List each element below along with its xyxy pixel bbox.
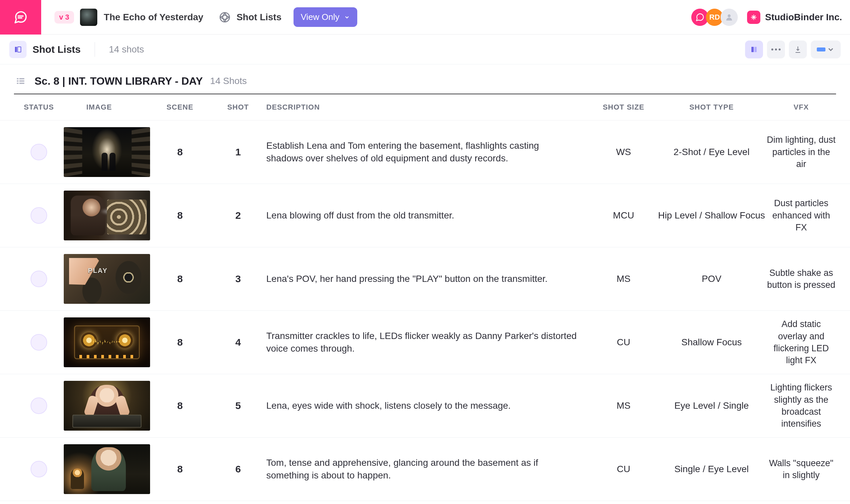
shot-type: Hip Level / Shallow Focus (657, 210, 766, 221)
col-scene[interactable]: SCENE (150, 103, 210, 111)
shot-description: Lena's POV, her hand pressing the "PLAY"… (266, 273, 590, 285)
shot-size: CU (590, 464, 657, 474)
status-toggle[interactable] (31, 271, 47, 287)
list-icon[interactable] (14, 74, 27, 88)
shot-type: Eye Level / Single (657, 400, 766, 411)
chat-icon (695, 13, 705, 22)
shot-vfx: Dust particles enhanced with FX (766, 197, 836, 233)
shot-vfx: Walls "squeeze" in slightly (766, 457, 836, 482)
svg-rect-9 (17, 80, 19, 82)
more-options-button[interactable] (767, 40, 785, 58)
shot-number: 5 (210, 400, 266, 411)
shot-vfx: Add static overlay and flickering LED li… (766, 318, 836, 366)
layout-toggle-button[interactable] (745, 40, 763, 58)
color-filter-dropdown[interactable] (811, 40, 841, 58)
table-row[interactable]: 8 1 Establish Lena and Tom entering the … (0, 121, 850, 184)
shot-description: Establish Lena and Tom entering the base… (266, 140, 590, 165)
shot-lists-icon-button[interactable] (9, 41, 26, 58)
scene-number: 8 (150, 210, 210, 221)
shot-vfx: Lighting flickers slightly as the broadc… (766, 381, 836, 430)
shot-vfx: Dim lighting, dust particles in the air (766, 134, 836, 170)
col-description[interactable]: DESCRIPTION (266, 103, 590, 111)
view-tools (745, 40, 841, 58)
shot-size: MCU (590, 210, 657, 221)
shot-size: MS (590, 400, 657, 411)
shot-size: CU (590, 337, 657, 348)
col-shot[interactable]: SHOT (210, 103, 266, 111)
chevron-down-icon (827, 46, 835, 53)
shot-description: Lena blowing off dust from the old trans… (266, 209, 590, 222)
svg-rect-5 (18, 47, 21, 52)
svg-point-2 (220, 12, 230, 22)
view-mode-label: View Only (301, 12, 340, 22)
table-row[interactable]: 8 4 Transmitter crackles to life, LEDs f… (0, 311, 850, 374)
project-thumbnail[interactable] (80, 8, 97, 26)
top-app-bar: v 3 The Echo of Yesterday Shot Lists Vie… (0, 0, 850, 35)
export-button[interactable] (789, 40, 807, 58)
shot-thumbnail[interactable] (64, 254, 150, 304)
shot-description: Tom, tense and apprehensive, glancing ar… (266, 456, 590, 482)
svg-rect-6 (752, 47, 754, 52)
section-label[interactable]: Shot Lists (236, 12, 281, 22)
app-logo[interactable] (0, 0, 41, 35)
brand-name[interactable]: StudioBinder Inc. (765, 12, 842, 22)
aperture-icon (219, 12, 231, 23)
scene-number: 8 (150, 464, 210, 475)
svg-rect-4 (15, 47, 17, 52)
svg-rect-11 (19, 78, 24, 79)
shot-type: POV (657, 274, 766, 284)
shot-thumbnail[interactable] (64, 191, 150, 240)
table-body: 8 1 Establish Lena and Tom entering the … (0, 121, 850, 501)
shot-size: MS (590, 274, 657, 284)
shot-number: 2 (210, 210, 266, 221)
svg-rect-10 (17, 83, 19, 84)
brand-badge[interactable] (747, 11, 760, 24)
sub-title: Shot Lists (33, 44, 81, 55)
status-toggle[interactable] (31, 334, 47, 350)
svg-rect-13 (19, 83, 24, 84)
col-shot-type[interactable]: SHOT TYPE (657, 103, 766, 111)
chevron-down-icon (344, 14, 350, 20)
table-row[interactable]: 8 2 Lena blowing off dust from the old t… (0, 184, 850, 247)
table-row[interactable]: 8 3 Lena's POV, her hand pressing the "P… (0, 247, 850, 311)
shot-thumbnail[interactable] (64, 381, 150, 431)
table-row[interactable]: 8 5 Lena, eyes wide with shock, listens … (0, 374, 850, 437)
shot-thumbnail[interactable] (64, 318, 150, 367)
shot-number: 6 (210, 464, 266, 475)
table-row[interactable]: 8 6 Tom, tense and apprehensive, glancin… (0, 437, 850, 501)
shot-count: 14 shots (109, 44, 144, 55)
shot-description: Lena, eyes wide with shock, listens clos… (266, 399, 590, 412)
view-mode-dropdown[interactable]: View Only (293, 7, 358, 27)
shot-description: Transmitter crackles to life, LEDs flick… (266, 330, 590, 355)
sparkle-icon (750, 14, 757, 21)
scene-shot-count: 14 Shots (210, 76, 247, 86)
list-panel-icon (14, 46, 22, 53)
version-badge[interactable]: v 3 (54, 11, 74, 23)
shot-thumbnail[interactable] (64, 444, 150, 494)
shot-type: Single / Eye Level (657, 464, 766, 474)
chat-bubble-icon (13, 10, 28, 24)
status-toggle[interactable] (31, 397, 47, 414)
col-vfx[interactable]: VFX (766, 103, 836, 111)
download-icon (794, 46, 802, 53)
project-title[interactable]: The Echo of Yesterday (104, 12, 203, 22)
svg-rect-7 (754, 47, 757, 52)
shot-vfx: Subtle shake as button is pressed (766, 267, 836, 291)
sub-toolbar: Shot Lists 14 shots (0, 35, 850, 65)
shot-number: 3 (210, 273, 266, 285)
person-icon (725, 13, 734, 22)
status-toggle[interactable] (31, 461, 47, 478)
shot-type: 2-Shot / Eye Level (657, 147, 766, 157)
svg-rect-8 (17, 78, 19, 79)
status-toggle[interactable] (31, 207, 47, 224)
color-swatch-icon (817, 48, 826, 52)
table-header: STATUS IMAGE SCENE SHOT DESCRIPTION SHOT… (0, 94, 850, 121)
scene-number: 8 (150, 273, 210, 285)
shot-thumbnail[interactable] (64, 127, 150, 177)
col-image[interactable]: IMAGE (64, 103, 150, 111)
scene-title: Sc. 8 | INT. TOWN LIBRARY - DAY (35, 75, 203, 87)
status-toggle[interactable] (31, 144, 47, 160)
add-user-button[interactable] (721, 8, 738, 26)
col-status[interactable]: STATUS (14, 103, 64, 111)
col-shot-size[interactable]: SHOT SIZE (590, 103, 657, 111)
